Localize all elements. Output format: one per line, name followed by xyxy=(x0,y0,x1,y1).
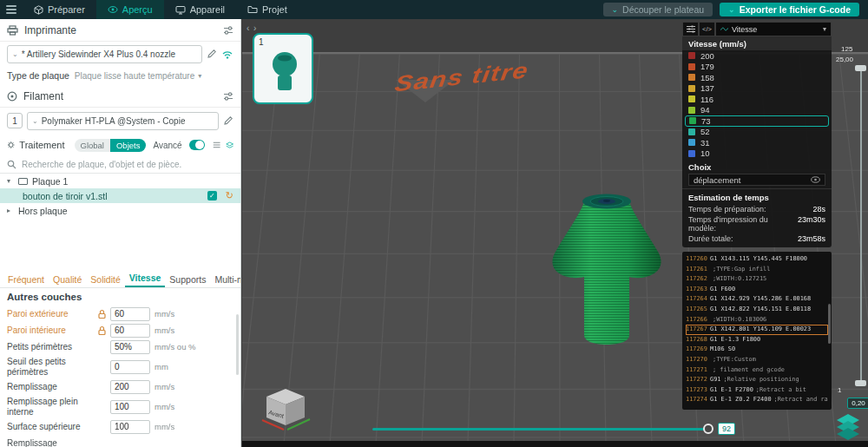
preview-viewport[interactable]: Sans titre ‹ › 1 xyxy=(242,19,868,447)
gcode-line[interactable]: 117262;WIDTH:0.127215 xyxy=(686,274,828,285)
gcode-panel: 117260G1 X143.115 Y145.445 F18000 117261… xyxy=(682,252,832,410)
lock-icon[interactable] xyxy=(97,309,107,319)
time-row: Temps de préparation:28s xyxy=(682,204,832,214)
param-tab-frequent[interactable]: Fréquent xyxy=(3,274,49,287)
printer-name: * Artillery Sidewinder X4 Plus 0.4 nozzl… xyxy=(22,49,175,59)
process-global-toggle[interactable]: Global xyxy=(75,139,110,152)
param-row: Surface supérieure mm/s xyxy=(0,418,240,435)
layer-slider-upper-handle[interactable] xyxy=(855,65,866,71)
gcode-scrollbar[interactable] xyxy=(828,304,831,344)
edit-pencil-icon[interactable] xyxy=(223,115,233,126)
param-tab-multimaterial[interactable]: Multi-matéria... xyxy=(210,274,240,287)
gcode-line[interactable]: 117265G1 X142.822 Y145.151 E.00118 xyxy=(686,305,828,315)
view-mode-select[interactable]: Vitesse ▾ xyxy=(715,22,832,36)
gcode-progress-handle[interactable] xyxy=(703,424,713,434)
gcode-line[interactable]: 117270;TYPE:Custom xyxy=(686,355,828,365)
legend-item[interactable]: 94 xyxy=(682,105,832,116)
tab-preview[interactable]: Aperçu xyxy=(96,0,164,19)
chevron-down-icon[interactable]: ⌄ xyxy=(612,6,619,14)
eye-icon[interactable] xyxy=(811,176,820,183)
gcode-line[interactable]: 117263G1 F600 xyxy=(686,285,828,295)
process-objects-toggle[interactable]: Objets xyxy=(110,139,146,152)
list-icon[interactable] xyxy=(213,141,220,149)
tree-item-object[interactable]: bouton de tiroir v1.stl ✓ ↻ xyxy=(0,188,240,203)
param-tab-speed[interactable]: Vitesse xyxy=(125,273,166,287)
gcode-line[interactable]: 117264G1 X142.929 Y145.286 E.00168 xyxy=(686,294,828,305)
tab-prepare[interactable]: Préparer xyxy=(23,0,96,19)
layer-slider-track[interactable] xyxy=(860,67,862,385)
gcode-line[interactable]: 117266;WIDTH:0.103006 xyxy=(686,315,828,325)
legend-value: 137 xyxy=(700,83,714,93)
param-input[interactable] xyxy=(110,307,150,321)
travel-option-row[interactable]: déplacement xyxy=(688,174,825,186)
legend-item[interactable]: 137 xyxy=(682,83,832,95)
gcode-view-icon[interactable]: </> xyxy=(699,22,715,36)
view-mode-value: Vitesse xyxy=(732,25,757,34)
legend-item[interactable]: 158 xyxy=(682,72,832,83)
tree-item-plate[interactable]: ▾ Plaque 1 xyxy=(0,174,240,188)
gcode-progress-slider[interactable] xyxy=(372,428,713,431)
export-gcode-button[interactable]: ⌄ Exporter le fichier G-code xyxy=(720,3,859,16)
lock-icon[interactable] xyxy=(97,325,107,336)
legend-item-selected[interactable]: 73 xyxy=(685,115,829,127)
layer-slider-lower-handle[interactable] xyxy=(855,380,866,386)
gcode-line[interactable]: 117271; filament end gcode xyxy=(686,365,828,376)
navigation-cube[interactable]: Avant xyxy=(260,378,315,433)
gcode-line[interactable]: 117269M106 S0 xyxy=(686,345,828,355)
gcode-line[interactable]: 117272G91;Relative positioning xyxy=(686,375,828,385)
plate-type-select[interactable]: Plaque lisse haute température ▾ xyxy=(75,71,201,81)
printer-select[interactable]: ⌄ * Artillery Sidewinder X4 Plus 0.4 noz… xyxy=(7,45,202,63)
legend-item[interactable]: 179 xyxy=(682,62,832,73)
chevron-down-icon[interactable]: ⌄ xyxy=(728,6,735,14)
gcode-line[interactable]: 117260G1 X143.115 Y145.445 F18000 xyxy=(686,254,828,265)
tab-project[interactable]: Projet xyxy=(236,0,299,19)
search-input[interactable] xyxy=(22,160,233,169)
color-swatch xyxy=(688,139,695,146)
legend-header: </> Vitesse ▾ xyxy=(682,22,832,36)
plate-thumbnail[interactable]: 1 xyxy=(253,33,313,104)
gcode-line-current[interactable]: 117267G1 X142.801 Y145.109 E.00023 xyxy=(686,325,828,335)
advanced-toggle[interactable] xyxy=(189,140,206,150)
param-tab-supports[interactable]: Supports xyxy=(165,274,210,287)
gcode-line[interactable]: 117274G1 E-1 Z0.2 F2400;Retract and rais… xyxy=(686,395,828,405)
param-input[interactable] xyxy=(110,360,150,374)
caret-down-icon[interactable]: ▾ xyxy=(7,177,14,185)
layers-logo-icon[interactable] xyxy=(835,413,861,441)
param-input[interactable] xyxy=(110,380,150,394)
layer-slider-top-layer: 125 xyxy=(841,45,852,53)
wifi-icon[interactable] xyxy=(221,49,233,59)
gcode-line[interactable]: 117268G1 E-1.3 F1800 xyxy=(686,335,828,345)
time-estimate-title: Estimation de temps xyxy=(682,188,832,204)
view-sliders-icon[interactable] xyxy=(682,22,699,36)
edit-pencil-icon[interactable] xyxy=(207,49,217,59)
param-input[interactable] xyxy=(110,400,150,414)
color-swatch xyxy=(688,95,695,102)
param-input[interactable] xyxy=(110,324,150,338)
tree-item-off-plate[interactable]: ▸ Hors plaque xyxy=(0,203,240,218)
gcode-line[interactable]: 117261;TYPE:Gap infill xyxy=(686,265,828,275)
app-menu-icon[interactable] xyxy=(0,0,23,19)
settings-sliders-icon[interactable] xyxy=(223,92,233,101)
object-checkbox[interactable]: ✓ xyxy=(207,191,217,200)
tab-device[interactable]: Appareil xyxy=(164,0,236,19)
legend-item[interactable]: 116 xyxy=(682,94,832,105)
legend-item[interactable]: 200 xyxy=(682,50,832,62)
param-group-title: Autres couches xyxy=(0,288,240,306)
param-row: Remplissage mm/s xyxy=(0,378,240,395)
param-tab-quality[interactable]: Qualité xyxy=(49,274,86,287)
filament-select[interactable]: ⌄ Polymaker HT-PLA @System - Copie xyxy=(27,112,219,130)
settings-sliders-icon[interactable] xyxy=(223,26,233,35)
param-input[interactable] xyxy=(110,420,150,434)
param-input[interactable] xyxy=(110,340,150,354)
sidebar-scrollbar[interactable] xyxy=(236,314,239,375)
slice-plate-button[interactable]: ⌄ Découper le plateau xyxy=(603,3,713,16)
gcode-line[interactable]: 117273G1 E-1 F2700;Retract a bit xyxy=(686,385,828,396)
modified-sync-icon[interactable]: ↻ xyxy=(226,191,233,200)
filament-index-chip[interactable]: 1 xyxy=(7,113,23,128)
caret-right-icon[interactable]: ▸ xyxy=(7,207,14,214)
layers-settings-icon[interactable] xyxy=(226,141,233,150)
param-tab-strength[interactable]: Solidité xyxy=(86,274,124,287)
legend-item[interactable]: 52 xyxy=(682,127,832,138)
legend-item[interactable]: 31 xyxy=(682,137,832,148)
legend-item[interactable]: 10 xyxy=(682,148,832,160)
